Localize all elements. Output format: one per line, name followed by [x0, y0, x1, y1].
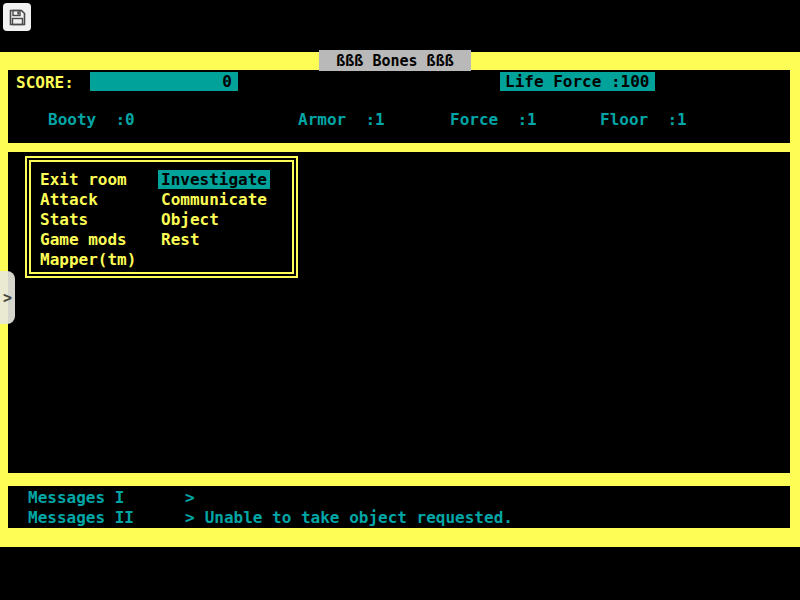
menu-item-communicate[interactable]: Communicate [161, 190, 270, 210]
stat-booty: Booty :0 [48, 110, 135, 129]
menu-item-object[interactable]: Object [161, 210, 270, 230]
stat-armor: Armor :1 [298, 110, 385, 129]
selected-menu-item: Investigate [158, 170, 270, 189]
message-2-prompt: > [185, 508, 195, 527]
menu-item-rest[interactable]: Rest [161, 230, 270, 250]
message-1-prompt: > [185, 488, 195, 507]
menu-item-stats[interactable]: Stats [40, 210, 136, 230]
menu-item-investigate[interactable]: Investigate [161, 170, 270, 190]
stat-force: Force :1 [450, 110, 537, 129]
menu-column-right: Investigate Communicate Object Rest [161, 170, 270, 250]
game-title: ßßß Bones ßßß [319, 50, 471, 71]
sidebar-expand-handle[interactable]: > [0, 271, 15, 324]
menu-column-left: Exit room Attack Stats Game mods Mapper(… [40, 170, 136, 270]
stat-floor: Floor :1 [600, 110, 687, 129]
menu-item-attack[interactable]: Attack [40, 190, 136, 210]
message-2-label: Messages II [28, 508, 185, 527]
menu-item-mapper[interactable]: Mapper(tm) [40, 250, 136, 270]
message-1-label: Messages I [28, 488, 185, 507]
message-line-2: Messages II > Unable to take object requ… [28, 508, 513, 527]
message-2-text: Unable to take object requested. [205, 508, 513, 527]
life-force-badge: Life Force :100 [500, 72, 655, 91]
messages-panel: Messages I > Messages II > Unable to tak… [8, 486, 790, 528]
action-menu: Exit room Attack Stats Game mods Mapper(… [25, 156, 298, 278]
message-line-1: Messages I > [28, 488, 205, 507]
save-icon [9, 9, 26, 26]
action-menu-border: Exit room Attack Stats Game mods Mapper(… [29, 160, 294, 274]
score-label: SCORE: [16, 73, 74, 92]
menu-item-exit-room[interactable]: Exit room [40, 170, 136, 190]
save-button[interactable] [3, 3, 31, 31]
status-panel: SCORE: 0 Life Force :100 Booty :0 Armor … [8, 70, 790, 143]
main-area: Exit room Attack Stats Game mods Mapper(… [8, 152, 790, 473]
menu-item-game-mods[interactable]: Game mods [40, 230, 136, 250]
score-bar: 0 [90, 72, 238, 91]
chevron-right-icon: > [3, 289, 12, 307]
game-window: ßßß Bones ßßß SCORE: 0 Life Force :100 B… [0, 0, 800, 600]
